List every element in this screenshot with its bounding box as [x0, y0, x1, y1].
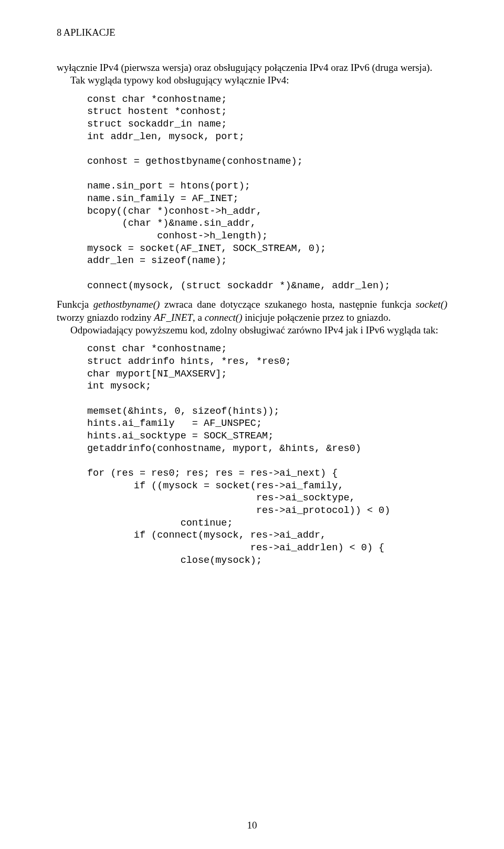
intro-line-2: Tak wygląda typowy kod obsługujący wyłąc…: [57, 74, 447, 87]
running-head: 8 APLIKACJE: [57, 27, 447, 38]
const-af-inet: AF_INET: [154, 312, 193, 323]
page-number: 10: [0, 820, 504, 831]
explain-line: Funkcja gethostbyname() zwraca dane doty…: [57, 298, 447, 324]
fn-gethostbyname: gethostbyname(): [93, 299, 160, 310]
page: 8 APLIKACJE wyłącznie IPv4 (pierwsza wer…: [0, 0, 504, 849]
explain-paragraph: Funkcja gethostbyname() zwraca dane doty…: [57, 298, 447, 337]
intro-paragraph: wyłącznie IPv4 (pierwsza wersja) oraz ob…: [57, 61, 447, 87]
txt: zwraca dane dotyczące szukanego hosta, n…: [160, 299, 415, 310]
code-block-ipv4: const char *conhostname; struct hostent …: [87, 93, 447, 292]
fn-connect: connect(): [205, 312, 243, 323]
code-block-ipv6: const char *conhostname; struct addrinfo…: [87, 343, 447, 567]
intro-line-1: wyłącznie IPv4 (pierwsza wersja) oraz ob…: [57, 61, 447, 74]
fn-socket: socket(): [416, 299, 447, 310]
txt: Funkcja: [57, 299, 93, 310]
explain-followup: Odpowiadający powyższemu kod, zdolny obs…: [57, 324, 447, 337]
txt: tworzy gniazdo rodziny: [57, 312, 154, 323]
txt: , a: [193, 312, 205, 323]
txt: inicjuje połączenie przez to gniazdo.: [243, 312, 391, 323]
